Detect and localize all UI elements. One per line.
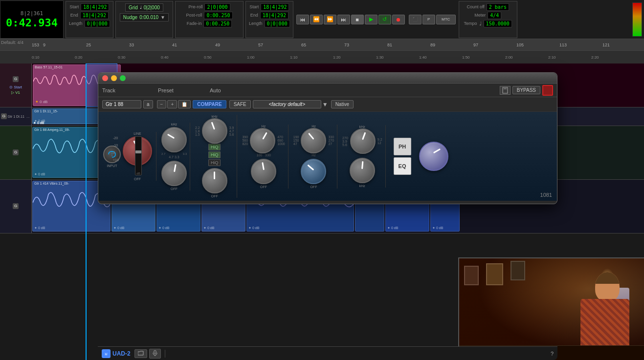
safe-btn[interactable]: SAFE xyxy=(229,100,251,108)
lmf-off-label: OFF xyxy=(211,194,218,198)
model-number: 1081 xyxy=(540,192,552,198)
eq-btn[interactable]: EQ xyxy=(394,157,411,175)
out-gain-knob[interactable] xyxy=(350,158,375,183)
lf-freq-scale-top: 4.7 3.3 xyxy=(169,155,179,159)
time-counter: 0:42.934 xyxy=(6,17,58,29)
native-btn[interactable]: Native xyxy=(331,100,354,108)
track-suffix-btn[interactable]: a xyxy=(143,100,153,108)
out-freq-knob[interactable] xyxy=(350,128,376,154)
stop-btn[interactable]: ■ xyxy=(351,15,364,24)
time-1:50: 1:50 xyxy=(462,55,505,60)
bass-track-letter: G xyxy=(13,76,19,82)
plugin-save-btn[interactable] xyxy=(500,86,511,95)
gtr414-db2: ✦ 0 dB xyxy=(113,226,124,230)
preset-minus-btn[interactable]: − xyxy=(157,100,167,108)
hf-hz-label: Hz xyxy=(311,125,316,128)
gtr414-db7: ✦ 0 dB xyxy=(387,226,398,230)
preroll-val: 2|0|000 xyxy=(204,3,230,11)
preset-folder-btn[interactable]: 📋 xyxy=(178,100,191,108)
out-scale-right: 9.212 xyxy=(378,138,382,145)
out-khz-bot: kHz xyxy=(359,184,365,188)
gtr1-di-header: G Gtr 1 DI.11_15- xyxy=(0,107,32,126)
uad-help-btn[interactable]: ? xyxy=(551,351,554,357)
lf-gain-knob[interactable] xyxy=(161,161,187,186)
time-0:40: 0:40 xyxy=(161,55,204,60)
out-gain-indicator xyxy=(361,161,363,169)
track-header-label: Track xyxy=(102,87,132,93)
length-val: 0|0|000 xyxy=(85,20,110,27)
uad-divider xyxy=(165,350,165,358)
minimize-window-btn[interactable] xyxy=(111,75,117,81)
output-knob[interactable] xyxy=(419,142,448,171)
main-counter: 8|2|361 0:42.934 xyxy=(0,0,64,39)
bypass-btn[interactable]: BYPASS xyxy=(512,86,540,94)
end2-label: End xyxy=(250,13,258,18)
gain-fader[interactable]: dB xyxy=(135,136,142,175)
midi-btn[interactable]: MTC xyxy=(436,15,456,24)
hiq-top-btn[interactable]: HiQ xyxy=(208,144,221,150)
lmf-scale-nums: 2.21.81.5 xyxy=(195,126,200,136)
preset-plus-btn[interactable]: + xyxy=(167,100,177,108)
ph-btn[interactable]: PH xyxy=(394,138,411,155)
fadein-label: Fade-in xyxy=(187,21,202,26)
return-to-zero-btn[interactable]: ⏮ xyxy=(296,15,309,24)
skip-end-btn[interactable]: ⏭ xyxy=(337,15,350,24)
record-btn[interactable]: ⏺ xyxy=(392,15,405,24)
close-window-btn[interactable] xyxy=(102,75,108,81)
level-meter xyxy=(632,2,642,37)
time-1:30: 1:30 xyxy=(376,55,419,60)
hf-off-label: OFF xyxy=(310,185,317,189)
lf-gain-indicator xyxy=(174,164,177,171)
hmf-freq-knob[interactable] xyxy=(250,128,275,153)
painting-1 xyxy=(464,266,479,285)
back-btn[interactable]: ⏪ xyxy=(310,15,323,24)
grid-selector[interactable]: Grid ♩ 0|2|000 xyxy=(125,3,163,12)
grid-val: 0|2|000 xyxy=(144,5,160,10)
hf-gain-knob[interactable] xyxy=(301,159,326,184)
transport-bar: 8|2|361 0:42.934 Start 18|4|292 End 18|4… xyxy=(0,0,644,39)
preset-arrow-btn[interactable]: ▼ xyxy=(322,101,328,108)
lmf-gain-knob[interactable] xyxy=(202,168,227,193)
loop-btn[interactable]: ↺ xyxy=(378,15,391,24)
tempo-label: Tempo xyxy=(464,21,477,26)
out-khz-label: kHz xyxy=(359,125,365,128)
grid-label: Grid xyxy=(129,5,138,10)
track-dropdown[interactable]: Gtr 1 88 xyxy=(102,100,141,108)
hmf-q-vals: 100330 xyxy=(256,153,270,157)
painting-3 xyxy=(511,261,525,280)
hmf-gain-knob[interactable] xyxy=(251,159,276,184)
lf-freq-knob[interactable] xyxy=(161,127,187,152)
ph-eq-out-section: PH EQ xyxy=(390,138,448,175)
sel2-section: Start 18|4|292 End 18|4|292 Length 0|0|0… xyxy=(245,1,293,38)
hmf-freq-indicator xyxy=(262,132,267,139)
bars-beats-display: 8|2|361 xyxy=(21,10,43,17)
countoff-val: 2 bars xyxy=(487,3,509,11)
nudge-selector[interactable]: Nudge 0:00.010 ▼ xyxy=(120,13,169,21)
maximize-window-btn[interactable] xyxy=(120,75,126,81)
hiq-bot-btn[interactable]: HiQ xyxy=(208,159,221,166)
hiq-mid-btn[interactable]: HiQ xyxy=(208,151,221,158)
hmf-gain-indicator xyxy=(262,162,265,169)
lmf-scale-right: 3.94.75.6 xyxy=(229,126,234,136)
uad-folder-btn[interactable] xyxy=(134,349,147,358)
fader-handle[interactable] xyxy=(135,150,141,153)
preset-name-display[interactable]: <factory default> xyxy=(253,100,321,108)
forward-btn[interactable]: ⏩ xyxy=(324,15,336,24)
input-gain-section: LINE -20 -10 0 +10 dB OFF xyxy=(123,132,156,181)
lmf-freq-knob[interactable] xyxy=(202,118,227,144)
uad-mic-btn[interactable] xyxy=(149,349,161,359)
loop2-btn[interactable]: ⬛ xyxy=(409,15,422,24)
hmf-scale-left: 390560820 xyxy=(242,135,248,146)
auto-header-label: Auto xyxy=(210,87,221,93)
hf-gain-indicator xyxy=(307,164,314,170)
gtr88-header: G xyxy=(0,126,32,179)
compare-btn[interactable]: COMPARE xyxy=(193,100,226,108)
hf-freq-knob[interactable] xyxy=(301,128,326,153)
mark-113: 113 xyxy=(559,42,602,47)
mark-89: 89 xyxy=(430,42,473,47)
hf-scale-left: 19015047 xyxy=(293,135,299,146)
punch-btn[interactable]: P xyxy=(422,15,435,24)
play-btn[interactable]: ▶ xyxy=(365,15,378,24)
mark-41: 41 xyxy=(172,42,215,47)
bypass-indicator[interactable] xyxy=(542,85,553,96)
